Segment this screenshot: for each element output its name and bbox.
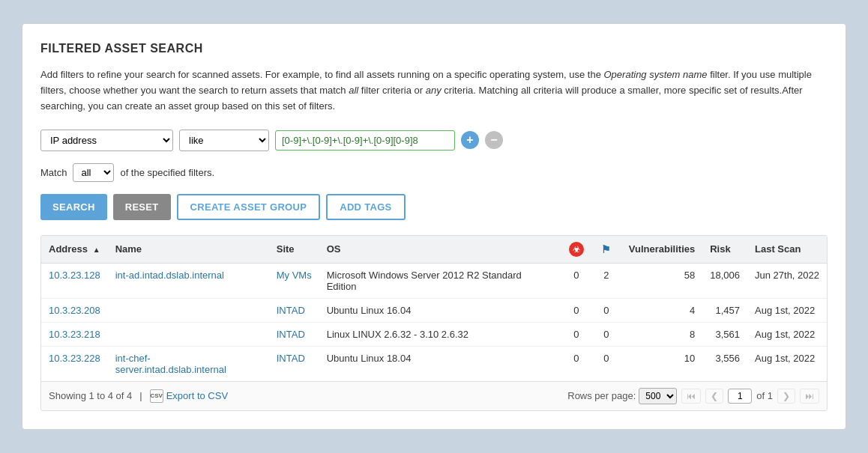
- cell-flag: 0: [591, 322, 621, 346]
- filter-value-input[interactable]: [275, 130, 455, 151]
- col-address[interactable]: Address ▲: [41, 236, 108, 264]
- filter-field-select[interactable]: IP address Operating system name Hostnam…: [40, 130, 173, 151]
- col-os: OS: [319, 236, 561, 264]
- description: Add filters to refine your search for sc…: [40, 67, 828, 114]
- table-row: 10.3.23.208INTADUbuntu Linux 16.040041,4…: [41, 298, 827, 322]
- cell-risk: 18,006: [702, 263, 747, 298]
- cell-os: Ubuntu Linux 18.04: [319, 346, 561, 381]
- table-row: 10.3.23.218INTADLinux LINUX 2.6.32 - 3.1…: [41, 322, 827, 346]
- match-label: Match: [40, 167, 67, 178]
- cell-name[interactable]: int-ad.intad.dslab.internal: [108, 263, 269, 298]
- cell-bio: 0: [561, 263, 591, 298]
- results-table-wrapper: Address ▲ Name Site OS ☣ ⚑ Vulnerabiliti…: [40, 235, 828, 411]
- col-last-scan: Last Scan: [747, 236, 827, 264]
- results-table: Address ▲ Name Site OS ☣ ⚑ Vulnerabiliti…: [41, 236, 827, 381]
- export-csv-label: Export to CSV: [166, 390, 228, 401]
- cell-bio: 0: [561, 298, 591, 322]
- cell-os: Microsoft Windows Server 2012 R2 Standar…: [319, 263, 561, 298]
- col-flag: ⚑: [591, 236, 621, 264]
- page-total: of 1: [756, 390, 773, 401]
- search-button[interactable]: SEARCH: [40, 194, 107, 220]
- reset-button[interactable]: RESET: [113, 194, 171, 220]
- rows-per-page-control: Rows per page: 25 50 100 250 500: [567, 388, 677, 404]
- csv-file-icon: CSV: [150, 389, 163, 403]
- table-row: 10.3.23.128int-ad.intad.dslab.internalMy…: [41, 263, 827, 298]
- cell-vulnerabilities: 8: [621, 322, 702, 346]
- cell-os: Ubuntu Linux 16.04: [319, 298, 561, 322]
- cell-flag: 0: [591, 346, 621, 381]
- last-page-button[interactable]: ⏭: [800, 389, 819, 404]
- col-vulnerabilities: Vulnerabilities: [621, 236, 702, 264]
- cell-site[interactable]: INTAD: [269, 346, 319, 381]
- cell-risk: 3,556: [702, 346, 747, 381]
- cell-last-scan: Aug 1st, 2022: [747, 298, 827, 322]
- bio-icon: ☣: [569, 242, 584, 257]
- create-asset-group-button[interactable]: CREATE ASSET GROUP: [177, 194, 321, 220]
- main-card: FILTERED ASSET SEARCH Add filters to ref…: [22, 23, 846, 429]
- match-select[interactable]: all any: [73, 163, 114, 182]
- cell-vulnerabilities: 10: [621, 346, 702, 381]
- cell-site[interactable]: INTAD: [269, 322, 319, 346]
- flag-icon: ⚑: [599, 242, 614, 257]
- add-filter-button[interactable]: +: [461, 131, 479, 149]
- showing-count: Showing 1 to 4 of 4: [49, 390, 132, 401]
- cell-address[interactable]: 10.3.23.218: [41, 322, 108, 346]
- first-page-button[interactable]: ⏮: [681, 389, 701, 404]
- cell-last-scan: Jun 27th, 2022: [747, 263, 827, 298]
- match-row: Match all any of the specified filters.: [40, 163, 828, 182]
- footer-right: Rows per page: 25 50 100 250 500 ⏮ ❮ of …: [567, 388, 819, 404]
- cell-name: [108, 298, 269, 322]
- cell-name[interactable]: int-chef-server.intad.dslab.internal: [108, 346, 269, 381]
- cell-flag: 2: [591, 263, 621, 298]
- rows-per-page-select[interactable]: 25 50 100 250 500: [639, 388, 677, 404]
- page-title: FILTERED ASSET SEARCH: [40, 42, 828, 55]
- cell-risk: 3,561: [702, 322, 747, 346]
- table-footer: Showing 1 to 4 of 4 | CSV Export to CSV …: [41, 381, 827, 410]
- match-label-after: of the specified filters.: [120, 167, 214, 178]
- table-body: 10.3.23.128int-ad.intad.dslab.internalMy…: [41, 263, 827, 381]
- rows-per-page-label: Rows per page:: [567, 390, 636, 401]
- remove-filter-button[interactable]: −: [485, 131, 503, 149]
- table-row: 10.3.23.228int-chef-server.intad.dslab.i…: [41, 346, 827, 381]
- cell-bio: 0: [561, 346, 591, 381]
- footer-left: Showing 1 to 4 of 4 | CSV Export to CSV: [49, 389, 228, 403]
- col-site: Site: [269, 236, 319, 264]
- cell-os: Linux LINUX 2.6.32 - 3.10 2.6.32: [319, 322, 561, 346]
- add-tags-button[interactable]: ADD TAGS: [326, 194, 405, 220]
- cell-address[interactable]: 10.3.23.208: [41, 298, 108, 322]
- separator: |: [139, 390, 142, 401]
- cell-last-scan: Aug 1st, 2022: [747, 346, 827, 381]
- cell-site[interactable]: My VMs: [269, 263, 319, 298]
- cell-flag: 0: [591, 298, 621, 322]
- col-bio: ☣: [561, 236, 591, 264]
- actions-row: SEARCH RESET CREATE ASSET GROUP ADD TAGS: [40, 194, 828, 220]
- cell-address[interactable]: 10.3.23.128: [41, 263, 108, 298]
- cell-last-scan: Aug 1st, 2022: [747, 322, 827, 346]
- cell-vulnerabilities: 4: [621, 298, 702, 322]
- filter-row: IP address Operating system name Hostnam…: [40, 130, 828, 151]
- col-name: Name: [108, 236, 269, 264]
- cell-bio: 0: [561, 322, 591, 346]
- col-risk: Risk: [702, 236, 747, 264]
- cell-risk: 1,457: [702, 298, 747, 322]
- sort-arrow-address: ▲: [93, 246, 100, 254]
- prev-page-button[interactable]: ❮: [705, 389, 723, 404]
- cell-site[interactable]: INTAD: [269, 298, 319, 322]
- export-csv-link[interactable]: CSV Export to CSV: [150, 389, 228, 403]
- next-page-button[interactable]: ❯: [777, 389, 795, 404]
- cell-vulnerabilities: 58: [621, 263, 702, 298]
- table-header-row: Address ▲ Name Site OS ☣ ⚑ Vulnerabiliti…: [41, 236, 827, 264]
- page-number-input[interactable]: [728, 389, 752, 404]
- cell-name: [108, 322, 269, 346]
- filter-operator-select[interactable]: like is is not contains: [179, 130, 269, 151]
- cell-address[interactable]: 10.3.23.228: [41, 346, 108, 381]
